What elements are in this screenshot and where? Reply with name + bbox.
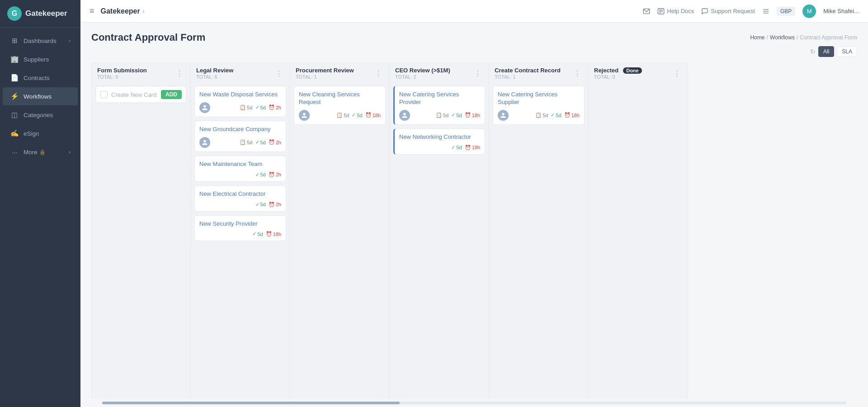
breadcrumb: Home / Workflows / Contract Approval For… [750,34,857,41]
kanban-board: Form Submission TOTAL: 0 ⋮ Create New Ca… [91,62,857,399]
column-title-form-submission: Form Submission [97,67,147,74]
card-catering-provider[interactable]: New Catering Services Provider 📋 5d ✓ 5d… [393,86,485,125]
column-header-create-contract-record: Create Contract Record TOTAL: 1 ⋮ [489,62,588,82]
card-networking-contractor[interactable]: New Networking Contractor ✓ 5d ⏰ 18h [393,128,485,155]
sidebar-item-label: Categories [24,112,53,118]
filter-all-btn[interactable]: All [818,46,834,57]
username-label[interactable]: Mike Shafei... [823,8,859,14]
card-catering-supplier[interactable]: New Catering Services Supplier 📋 5d ✓ 5d… [493,86,585,125]
card-footer-maintenance: ✓ 5d ⏰ 2h [199,172,281,178]
card-security-provider[interactable]: New Security Provider ✓ 5d ⏰ 18h [194,215,286,241]
sidebar-item-esign[interactable]: ✍ eSign [3,124,78,142]
column-title-rejected: Rejected [594,67,618,74]
support-request-label: Support Request [711,8,755,14]
check-meta: ✓ 5d [255,104,266,110]
card-meta-catering-supplier: 📋 5d ✓ 5d ⏰ 18h [535,112,580,118]
card-footer-waste-disposal: 📋 5d ✓ 5d ⏰ 2h [199,102,281,113]
avatar-cleaning-services [299,110,310,121]
card-electrical[interactable]: New Electrical Contractor ✓ 5d ⏰ 2h [194,185,286,212]
card-footer-security-provider: ✓ 5d ⏰ 18h [199,231,281,237]
column-menu-legal-review[interactable]: ⋮ [274,68,284,79]
card-meta-waste-disposal: 📋 5d ✓ 5d ⏰ 2h [240,104,281,110]
card-title-groundcare: New Groundcare Company [199,126,281,133]
help-docs-btn[interactable]: Help Docs [657,8,694,15]
help-docs-label: Help Docs [667,8,694,14]
avatar-catering-supplier [498,110,509,121]
card-footer-groundcare: 📋 5d ✓ 5d ⏰ 2h [199,137,281,148]
page-title: Contract Approval Form [91,32,205,43]
column-total-procurement-review: TOTAL: 1 [296,74,354,80]
topbar: ≡ Gatekeeper › Help Docs Support Request… [80,0,868,23]
sidebar-item-categories[interactable]: ◫ Categories [3,106,78,124]
sidebar-item-more[interactable]: ··· More 🔒 › [3,143,78,161]
breadcrumb-home[interactable]: Home [750,34,764,41]
support-request-btn[interactable]: Support Request [701,8,755,15]
refresh-icon[interactable]: ↻ [810,48,816,55]
sidebar-logo[interactable]: G Gatekeeper [0,0,80,28]
kanban-scrollbar-thumb[interactable] [102,402,400,404]
card-meta-networking-contractor: ✓ 5d ⏰ 18h [451,145,480,151]
sidebar-item-label: More [24,149,38,156]
sidebar-item-workflows[interactable]: ⚡ Workflows [3,87,78,105]
logo-icon: G [7,6,22,21]
column-header-form-submission: Form Submission TOTAL: 0 ⋮ [92,62,190,82]
column-body-rejected [589,82,688,399]
add-button[interactable]: ADD [161,90,182,99]
check-meta: ✓ 5d [451,145,462,151]
sidebar-item-dashboards[interactable]: ⊞ Dashboards › [3,32,78,50]
card-maintenance[interactable]: New Maintenance Team ✓ 5d ⏰ 2h [194,156,286,182]
column-total-rejected: TOTAL: 0 [594,74,642,80]
filter-bar: ↻ All SLA [91,46,857,57]
categories-icon: ◫ [10,110,19,119]
breadcrumb-workflows[interactable]: Workflows [770,34,795,41]
card-footer-networking-contractor: ✓ 5d ⏰ 18h [399,145,480,151]
column-menu-rejected[interactable]: ⋮ [671,68,682,79]
card-footer-catering-supplier: 📋 5d ✓ 5d ⏰ 18h [498,110,580,121]
column-header-procurement-review: Procurement Review TOTAL: 1 ⋮ [290,62,389,82]
create-card-button[interactable]: Create New Card ADD [95,86,187,103]
column-rejected: Rejected Done TOTAL: 0 ⋮ [589,62,688,399]
doc-meta: 📋 5d [436,112,448,118]
clock-meta: ⏰ 18h [465,145,480,151]
clock-meta: ⏰ 2h [269,202,281,208]
done-badge: Done [623,67,642,74]
currency-menu-btn[interactable] [762,8,769,15]
email-icon-btn[interactable] [643,8,650,15]
column-body-form-submission: Create New Card ADD [92,82,190,399]
card-meta-electrical: ✓ 5d ⏰ 2h [255,202,282,208]
currency-badge[interactable]: GBP [777,7,795,16]
card-cleaning-services[interactable]: New Cleaning Services Request 📋 5d ✓ 5d … [294,86,386,125]
sidebar-item-suppliers[interactable]: 🏢 Suppliers [3,50,78,68]
kanban-scrollbar-track [102,402,846,404]
column-header-ceo-review: CEO Review (>$1M) TOTAL: 2 ⋮ [390,62,489,82]
menu-icon[interactable]: ≡ [90,6,94,16]
suppliers-icon: 🏢 [10,55,19,64]
column-total-legal-review: TOTAL: 6 [196,74,233,80]
sidebar-item-contracts[interactable]: 📄 Contracts [3,69,78,87]
card-groundcare[interactable]: New Groundcare Company 📋 5d ✓ 5d ⏰ 2h [194,121,286,152]
filter-sla-btn[interactable]: SLA [837,46,857,57]
esign-icon: ✍ [10,129,19,138]
column-menu-ceo-review[interactable]: ⋮ [472,68,483,79]
column-menu-procurement-review[interactable]: ⋮ [373,68,384,79]
workflows-icon: ⚡ [10,92,19,101]
card-title-catering-provider: New Catering Services Provider [399,91,480,106]
avatar[interactable]: M [802,5,816,18]
column-total-create-contract-record: TOTAL: 1 [495,74,561,80]
card-meta-security-provider: ✓ 5d ⏰ 18h [252,231,281,237]
check-meta: ✓ 5d [551,112,561,118]
app-name: Gatekeeper [101,7,140,15]
check-meta: ✓ 5d [255,139,266,145]
sidebar-nav: ⊞ Dashboards › 🏢 Suppliers 📄 Contracts ⚡… [0,28,80,407]
doc-meta: 📋 5d [240,104,252,110]
card-footer-catering-provider: 📋 5d ✓ 5d ⏰ 18h [399,110,480,121]
clock-meta: ⏰ 18h [465,112,480,118]
topbar-right: Help Docs Support Request GBP M Mike Sha… [643,5,859,18]
column-form-submission: Form Submission TOTAL: 0 ⋮ Create New Ca… [91,62,191,399]
clock-meta: ⏰ 2h [269,104,281,110]
column-menu-create-contract-record[interactable]: ⋮ [572,68,583,79]
card-waste-disposal[interactable]: New Waste Disposal Services 📋 5d ✓ 5d ⏰ … [194,86,286,117]
column-menu-form-submission[interactable]: ⋮ [174,68,185,79]
clock-meta: ⏰ 2h [269,172,281,178]
column-create-contract-record: Create Contract Record TOTAL: 1 ⋮ New Ca… [489,62,589,399]
